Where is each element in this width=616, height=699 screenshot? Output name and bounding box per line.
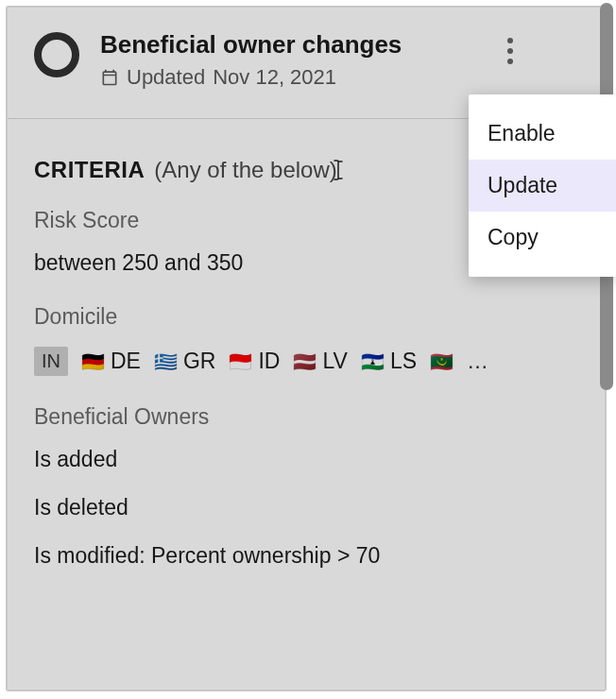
kebab-menu-button[interactable]: [497, 32, 523, 70]
domicile-operator: IN: [34, 347, 68, 376]
domicile-label: Domicile: [34, 304, 578, 330]
country-gr: 🇬🇷 GR: [154, 349, 216, 374]
country-id: 🇮🇩 ID: [229, 349, 280, 374]
country-de: 🇩🇪 DE: [81, 349, 141, 374]
status-ring-icon: [34, 32, 79, 77]
flag-de-icon: 🇩🇪: [81, 352, 105, 371]
domicile-value: IN 🇩🇪 DE 🇬🇷 GR 🇮🇩 ID 🇱🇻 LV: [34, 347, 578, 376]
country-lv: 🇱🇻 LV: [293, 349, 347, 374]
criteria-qualifier: (Any of the below): [154, 157, 336, 183]
owner-item-modified: Is modified: Percent ownership > 70: [34, 543, 578, 569]
flag-lv-icon: 🇱🇻: [293, 352, 317, 371]
menu-item-copy[interactable]: Copy: [469, 212, 616, 264]
flag-gr-icon: 🇬🇷: [154, 352, 178, 371]
dropdown-menu: Enable Update Copy: [469, 94, 616, 277]
updated-prefix: Updated: [127, 65, 205, 90]
owner-item-added: Is added: [34, 447, 578, 472]
flag-id-icon: 🇮🇩: [229, 352, 252, 371]
owner-item-deleted: Is deleted: [34, 495, 578, 520]
menu-item-update[interactable]: Update: [469, 160, 616, 212]
flag-more-icon: 🇲🇷: [430, 352, 453, 371]
updated-date: Nov 12, 2021: [213, 65, 336, 90]
country-ls: 🇱🇸 LS: [361, 349, 417, 374]
criteria-label: CRITERIA: [34, 157, 145, 183]
menu-item-enable[interactable]: Enable: [469, 108, 616, 160]
text-cursor-icon: [332, 159, 345, 181]
domicile-more: …: [467, 349, 490, 374]
calendar-icon: [100, 68, 119, 87]
beneficial-owners-label: Beneficial Owners: [34, 404, 578, 430]
flag-ls-icon: 🇱🇸: [361, 352, 385, 371]
